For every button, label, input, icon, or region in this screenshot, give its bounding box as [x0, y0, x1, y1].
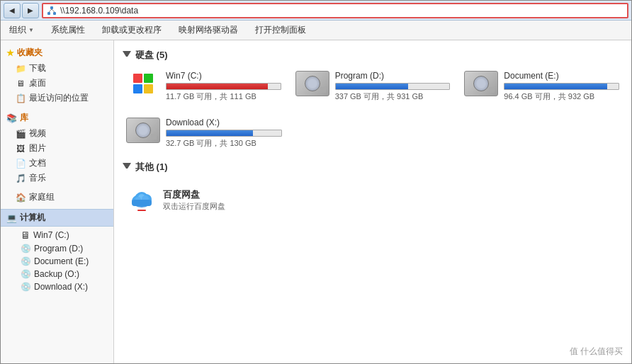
drive-e-icon: 💿 [21, 256, 31, 266]
drive-card-e[interactable]: Document (E:) 96.4 GB 可用，共 932 GB [461, 67, 623, 106]
drive-x-size: 32.7 GB 可用，共 130 GB [166, 138, 282, 149]
drive-e-label: Document (E:) [34, 256, 89, 266]
svg-rect-13 [132, 200, 152, 206]
drive-card-c[interactable]: Win7 (C:) 11.7 GB 可用，共 111 GB [123, 67, 285, 106]
content-area: 硬盘 (5) Win7 (C:) [114, 40, 631, 363]
library-header: 📚 库 [1, 110, 113, 126]
hdd-x-icon [126, 118, 160, 143]
toolbar-control-panel[interactable]: 打开控制面板 [252, 23, 309, 38]
sidebar-desktop-label: 桌面 [29, 77, 46, 89]
sidebar-download-label: 下载 [29, 62, 46, 74]
win7-drive-icon [126, 71, 160, 96]
sidebar-item-homegroup[interactable]: 🏠 家庭组 [1, 190, 113, 205]
computer-section-header[interactable]: 💻 计算机 [1, 209, 113, 227]
toolbar-organize[interactable]: 组织 ▼ [6, 23, 37, 38]
drive-x-name: Download (X:) [166, 118, 282, 127]
drive-d-name: Program (D:) [335, 71, 451, 81]
organize-label: 组织 [9, 24, 26, 36]
drive-c-bar-wrap [166, 83, 281, 90]
baidu-cloud-icon [128, 186, 156, 214]
drive-x-bar-wrap [166, 130, 282, 137]
drive-card-d[interactable]: Program (D:) 337 GB 可用，共 931 GB [292, 67, 454, 106]
computer-icon: 💻 [6, 213, 17, 223]
toolbar-map-drive[interactable]: 映射网络驱动器 [176, 23, 241, 38]
video-label: 视频 [29, 127, 46, 140]
sidebar-item-desktop[interactable]: 🖥 桌面 [1, 76, 113, 91]
organize-arrow: ▼ [28, 27, 34, 33]
library-icon: 📚 [6, 113, 17, 123]
favorites-section: ★ 收藏夹 📁 下载 🖥 桌面 📋 最近访问的位置 [1, 45, 113, 106]
drive-x-bar [167, 130, 253, 136]
second-drives-row: Download (X:) 32.7 GB 可用，共 130 GB [123, 114, 623, 152]
drive-e-info: Document (E:) 96.4 GB 可用，共 932 GB [504, 71, 619, 102]
sidebar-recent-label: 最近访问的位置 [29, 92, 89, 104]
back-button[interactable]: ◀ [4, 3, 21, 18]
main-layout: ★ 收藏夹 📁 下载 🖥 桌面 📋 最近访问的位置 [1, 40, 631, 363]
sidebar-item-recent[interactable]: 📋 最近访问的位置 [1, 91, 113, 106]
download-folder-icon: 📁 [15, 63, 26, 74]
toolbar-uninstall[interactable]: 卸载或更改程序 [99, 23, 164, 38]
drive-d-icon: 💿 [21, 244, 31, 254]
toolbar-system-props[interactable]: 系统属性 [48, 23, 88, 38]
forward-button[interactable]: ▶ [22, 3, 39, 18]
drive-d-info: Program (D:) 337 GB 可用，共 931 GB [335, 71, 451, 102]
baidu-item[interactable]: 百度网盘 双击运行百度网盘 [123, 179, 250, 220]
watermark: 值 什么值得买 [570, 346, 623, 358]
recent-icon: 📋 [15, 93, 26, 104]
homegroup-label: 家庭组 [29, 191, 55, 203]
address-bar: ◀ ▶ \\192.168.0.109\data [1, 1, 631, 21]
svg-line-4 [52, 9, 55, 12]
drive-x-label: Download (X:) [34, 282, 88, 292]
sidebar-item-pictures[interactable]: 🖼 图片 [1, 141, 113, 156]
system-props-label: 系统属性 [51, 24, 85, 36]
homegroup-section: 🏠 家庭组 [1, 190, 113, 205]
sidebar-drive-c[interactable]: 🖥 Win7 (C:) [1, 228, 113, 242]
drive-c-label: Win7 (C:) [33, 230, 69, 240]
hdd-d-icon [295, 71, 329, 96]
homegroup-icon: 🏠 [15, 192, 26, 203]
sidebar-item-docs[interactable]: 📄 文档 [1, 156, 113, 171]
hard-disks-section-header: 硬盘 (5) [123, 49, 623, 62]
uninstall-label: 卸载或更改程序 [102, 24, 162, 36]
favorites-label: 收藏夹 [17, 47, 43, 59]
drive-c-info: Win7 (C:) 11.7 GB 可用，共 111 GB [166, 71, 281, 102]
sidebar-drive-o[interactable]: 💿 Backup (O:) [1, 268, 113, 280]
windows-logo [133, 74, 153, 93]
drive-c-bar [167, 84, 268, 89]
other-section: 其他 (1) [123, 161, 623, 220]
sidebar-item-music[interactable]: 🎵 音乐 [1, 171, 113, 186]
other-arrow-icon [123, 163, 131, 171]
drive-d-label: Program (D:) [34, 244, 83, 254]
drive-o-icon: 💿 [21, 269, 31, 279]
svg-rect-14 [137, 210, 146, 211]
sidebar-item-video[interactable]: 🎬 视频 [1, 126, 113, 141]
address-text: \\192.168.0.109\data [60, 6, 624, 16]
drive-card-x[interactable]: Download (X:) 32.7 GB 可用，共 130 GB [123, 114, 286, 152]
library-section: 📚 库 🎬 视频 🖼 图片 📄 文档 🎵 音乐 [1, 110, 113, 186]
drive-c-size: 11.7 GB 可用，共 111 GB [166, 91, 281, 102]
baidu-desc: 双击运行百度网盘 [163, 201, 225, 212]
sidebar-drive-e[interactable]: 💿 Document (E:) [1, 255, 113, 268]
window: ◀ ▶ \\192.168.0.109\data 组织 ▼ 系统属性 卸载或更改… [0, 0, 632, 364]
drive-c-name: Win7 (C:) [166, 71, 281, 81]
hdd-e-icon [464, 71, 498, 96]
favorites-header: ★ 收藏夹 [1, 45, 113, 61]
drive-x-icon: 💿 [21, 282, 31, 292]
other-section-header: 其他 (1) [123, 161, 623, 174]
address-input-wrap[interactable]: \\192.168.0.109\data [42, 3, 628, 18]
desktop-icon: 🖥 [15, 78, 26, 89]
toolbar: 组织 ▼ 系统属性 卸载或更改程序 映射网络驱动器 打开控制面板 [1, 21, 631, 40]
sidebar-item-download[interactable]: 📁 下载 [1, 61, 113, 76]
baidu-name: 百度网盘 [163, 188, 225, 201]
sidebar-drive-d[interactable]: 💿 Program (D:) [1, 242, 113, 255]
win-logo-q2 [144, 74, 153, 83]
pictures-icon: 🖼 [15, 143, 26, 154]
hard-disks-label: 硬盘 (5) [135, 49, 168, 62]
library-label: 库 [20, 112, 28, 124]
drive-e-bar [504, 84, 607, 89]
video-icon: 🎬 [15, 128, 26, 140]
drive-x-info: Download (X:) 32.7 GB 可用，共 130 GB [166, 118, 282, 149]
sidebar-drive-x[interactable]: 💿 Download (X:) [1, 280, 113, 293]
map-drive-label: 映射网络驱动器 [179, 24, 238, 36]
music-icon: 🎵 [15, 173, 26, 184]
